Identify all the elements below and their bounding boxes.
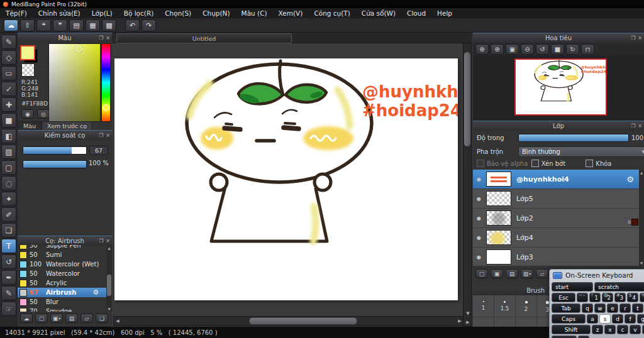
shape-brush-tool[interactable]: ■: [1, 113, 16, 128]
canvas-vscroll-thumb[interactable]: [464, 52, 470, 146]
close-icon[interactable]: ×: [106, 35, 110, 41]
brush-folder-icon[interactable]: ▱: [80, 313, 93, 323]
menu-item[interactable]: Bộ lọc(R): [118, 9, 160, 17]
canvas-artwork[interactable]: [114, 58, 458, 300]
rotate-left-icon[interactable]: ↺: [536, 44, 549, 55]
brush-settings-icon[interactable]: ⚙: [92, 288, 99, 297]
checkbox-icon[interactable]: [477, 160, 484, 167]
gradient-tool[interactable]: ▨: [1, 144, 16, 159]
canvas-hscrollbar[interactable]: ◀ ▶: [113, 316, 464, 326]
osk-key[interactable]: f: [625, 314, 636, 324]
navigator-thumbnail[interactable]: [514, 58, 607, 116]
layer-row[interactable]: ●Lớp4: [473, 228, 639, 247]
transparent-color-swatch[interactable]: [21, 63, 35, 77]
rotate-tool[interactable]: ↺: [1, 254, 16, 269]
brush-list-scrollbar[interactable]: ▲ ▼: [106, 245, 112, 312]
rotate-right-icon[interactable]: ↻: [566, 44, 579, 55]
close-icon[interactable]: ×: [638, 123, 642, 129]
layer-visibility-dot[interactable]: ●: [477, 215, 481, 221]
osk-key[interactable]: %5: [640, 293, 644, 302]
menu-item[interactable]: Help: [431, 9, 458, 17]
brush-size-cell[interactable]: 2: [516, 295, 537, 317]
osk-title-bar[interactable]: On-Screen Keyboard: [550, 270, 644, 281]
close-icon[interactable]: ×: [638, 35, 642, 41]
eyedropper-tool[interactable]: ✒: [1, 270, 16, 285]
osk-key[interactable]: v: [630, 325, 641, 334]
osk-key[interactable]: t: [632, 303, 643, 313]
osk-key[interactable]: ~`: [577, 293, 588, 302]
checkbox-icon[interactable]: [586, 160, 593, 167]
artboard[interactable]: [114, 58, 458, 300]
osk-key[interactable]: @2: [602, 293, 613, 302]
layer-folder-icon[interactable]: ▱: [536, 269, 548, 278]
osk-key[interactable]: c: [617, 325, 628, 334]
close-icon[interactable]: ×: [106, 238, 110, 244]
scroll-down-icon[interactable]: ▼: [108, 306, 111, 312]
osk-key[interactable]: g: [637, 314, 644, 324]
color-panel-tab[interactable]: Xem trước cọ: [42, 121, 92, 130]
osk-key[interactable]: s: [599, 314, 611, 324]
lock-icon[interactable]: ⊓: [581, 44, 594, 55]
brush-item[interactable]: 50Blur: [18, 297, 106, 307]
navigator-view[interactable]: [473, 55, 644, 121]
layer-visibility-dot[interactable]: ●: [477, 254, 481, 260]
move-tool[interactable]: ✚: [1, 97, 16, 112]
new-1bit-layer-icon[interactable]: ▤: [506, 269, 518, 278]
palette-set-icon[interactable]: ◎: [37, 109, 50, 119]
menu-item[interactable]: Chọn(S): [159, 9, 197, 17]
select-marquee-tool[interactable]: ▢: [1, 160, 16, 175]
pen-select-tool[interactable]: ✐: [1, 207, 16, 222]
pen-tool[interactable]: ✎: [1, 286, 16, 300]
saturation-value-picker[interactable]: [48, 43, 101, 122]
redo-button[interactable]: ↷: [142, 19, 156, 31]
osk-key[interactable]: w: [594, 303, 606, 313]
checkbox-icon[interactable]: [531, 160, 539, 167]
palette-icon[interactable]: ◉: [21, 109, 34, 119]
osk-key[interactable]: x: [604, 325, 616, 334]
osk-key[interactable]: !1: [589, 293, 601, 302]
osk-word-key[interactable]: start: [552, 282, 593, 292]
osk-key-esc[interactable]: Esc: [552, 293, 575, 302]
saturation-marker[interactable]: [75, 45, 82, 52]
osk-key[interactable]: d: [612, 314, 623, 324]
brush-opacity-slider[interactable]: [23, 160, 87, 168]
cloud-sync-button[interactable]: ☁: [4, 19, 18, 31]
osk-key[interactable]: q: [582, 303, 593, 313]
hand-tool[interactable]: ☞: [1, 302, 16, 316]
layer-row[interactable]: ●Lớp28: [473, 209, 639, 227]
menu-item[interactable]: Chụp(N): [197, 9, 235, 17]
zoom-reset-icon[interactable]: ⊕: [475, 44, 489, 55]
menu-item[interactable]: Cửa sổ(W): [356, 9, 401, 17]
text-tool[interactable]: T: [1, 239, 16, 253]
layer-row[interactable]: ●@huynhkhoi4⚙: [473, 170, 639, 188]
select-eraser-tool[interactable]: ❏: [1, 223, 16, 237]
canvas-tab[interactable]: Untitled: [116, 33, 292, 43]
layer-visibility-dot[interactable]: ●: [477, 196, 481, 202]
layer-blend-select[interactable]: Bình thường ▼: [518, 146, 644, 157]
osk-key-shift[interactable]: Shift: [552, 325, 591, 334]
new-brush-menu-icon[interactable]: ▣▾: [50, 313, 63, 323]
add-layer-menu-icon[interactable]: ▧▾: [521, 269, 533, 278]
document-button[interactable]: ▤: [69, 19, 84, 31]
scroll-up-icon[interactable]: ▲: [640, 170, 643, 175]
osk-key[interactable]: z: [592, 325, 603, 334]
eraser-tool[interactable]: ◇: [1, 50, 16, 65]
brush-item[interactable]: 67Airbrush⚙: [18, 288, 106, 297]
new-brush-icon[interactable]: ▢: [35, 313, 48, 323]
undo-button[interactable]: ↶: [125, 19, 140, 31]
layer-opacity-slider[interactable]: [518, 134, 629, 142]
duplicate-brush-icon[interactable]: ❏: [96, 313, 108, 323]
detach-icon[interactable]: ❐: [99, 133, 103, 138]
layer-row[interactable]: ●Lớp3: [473, 248, 639, 266]
on-screen-keyboard[interactable]: On-Screen Keyboard startscratchEsc~`!1@2…: [549, 269, 644, 338]
hue-marker[interactable]: [103, 104, 109, 111]
menu-item[interactable]: Chỉnh sửa(E): [33, 9, 86, 17]
zoom-out-icon[interactable]: ⊖: [521, 44, 534, 55]
detach-icon[interactable]: ❐: [99, 35, 103, 41]
layer-option[interactable]: Xén bớt: [531, 160, 586, 167]
scrollbar-thumb[interactable]: [107, 275, 111, 296]
brush-item[interactable]: 50Supple Pen: [18, 245, 106, 250]
scroll-left-icon[interactable]: ◀: [114, 317, 121, 325]
new-8bit-layer-icon[interactable]: ▣: [491, 269, 503, 278]
close-icon[interactable]: ×: [106, 133, 110, 138]
